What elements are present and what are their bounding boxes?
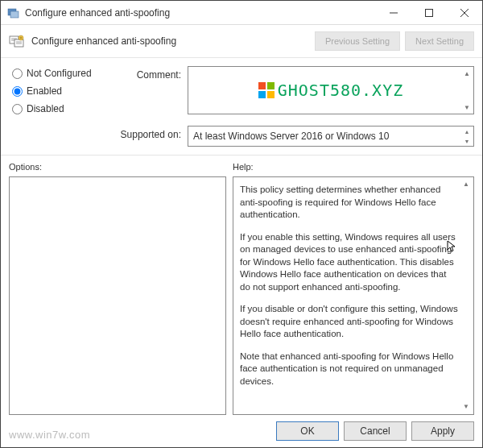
window-title: Configure enhanced anti-spoofing <box>25 7 376 19</box>
help-column: Help: ▲ This policy setting determines w… <box>233 160 474 415</box>
cancel-button[interactable]: Cancel <box>344 421 407 441</box>
app-icon <box>7 6 20 19</box>
scroll-up-icon[interactable]: ▲ <box>460 67 473 80</box>
help-panel[interactable]: ▲ This policy setting determines whether… <box>233 176 474 415</box>
policy-header: Configure enhanced anti-spoofing Previou… <box>1 25 482 58</box>
ok-button[interactable]: OK <box>276 421 339 441</box>
help-paragraph: This policy setting determines whether e… <box>240 184 459 222</box>
radio-label: Enabled <box>27 85 62 97</box>
dialog-footer: www.win7w.com OK Cancel Apply <box>1 417 482 447</box>
titlebar: Configure enhanced anti-spoofing <box>1 1 482 25</box>
radio-enabled[interactable]: Enabled <box>12 85 109 97</box>
help-paragraph: If you enable this setting, Windows requ… <box>240 231 459 294</box>
scroll-down-icon[interactable]: ▼ <box>460 136 473 146</box>
policy-icon <box>9 33 25 49</box>
watermark-text: GHOST580.XYZ <box>278 81 404 100</box>
supported-on-textbox[interactable]: At least Windows Server 2016 or Windows … <box>188 126 474 147</box>
comment-label: Comment: <box>115 66 181 81</box>
radio-label: Not Configured <box>27 68 92 79</box>
scroll-down-icon[interactable]: ▼ <box>460 101 473 114</box>
watermark-logo: GHOST580.XYZ <box>258 81 404 100</box>
svg-rect-1 <box>10 11 19 18</box>
footer-buttons: OK Cancel Apply <box>276 421 474 441</box>
options-column: Options: <box>9 160 226 415</box>
help-label: Help: <box>233 162 474 172</box>
supported-on-text: At least Windows Server 2016 or Windows … <box>193 131 389 142</box>
previous-setting-button[interactable]: Previous Setting <box>315 31 400 51</box>
radio-disabled-input[interactable] <box>12 104 23 114</box>
maximize-button[interactable] <box>411 1 447 24</box>
close-button[interactable] <box>447 1 482 24</box>
state-radio-group: Not Configured Enabled Disabled <box>12 66 109 121</box>
radio-disabled[interactable]: Disabled <box>12 103 109 114</box>
window-controls <box>376 1 482 24</box>
options-panel[interactable] <box>9 176 226 415</box>
radio-not-configured[interactable]: Not Configured <box>12 68 109 79</box>
comment-textbox[interactable]: ▲ GHOST580.XYZ ▼ <box>188 66 474 114</box>
scroll-down-icon[interactable]: ▼ <box>460 400 473 413</box>
radio-label: Disabled <box>27 103 64 114</box>
gpedit-dialog-window: Configure enhanced anti-spoofing <box>0 0 483 448</box>
options-label: Options: <box>9 162 226 172</box>
radio-not-configured-input[interactable] <box>12 68 23 79</box>
footer-watermark: www.win7w.com <box>9 429 90 441</box>
apply-button[interactable]: Apply <box>411 421 474 441</box>
config-area: Not Configured Enabled Disabled Comment:… <box>1 58 482 156</box>
svg-rect-9 <box>14 39 23 47</box>
minimize-button[interactable] <box>376 1 411 24</box>
help-paragraph: If you disable or don't configure this s… <box>240 303 459 341</box>
scroll-up-icon[interactable]: ▲ <box>460 127 473 136</box>
policy-title: Configure enhanced anti-spoofing <box>31 35 308 47</box>
svg-rect-3 <box>426 9 433 16</box>
help-paragraph: Note that enhanced anti-spoofing for Win… <box>240 351 459 388</box>
body-split: Options: Help: ▲ This policy setting det… <box>1 156 482 417</box>
supported-on-label: Supported on: <box>115 126 181 140</box>
next-setting-button[interactable]: Next Setting <box>405 31 474 51</box>
radio-enabled-input[interactable] <box>12 86 23 97</box>
ms-logo-icon <box>258 82 275 98</box>
scroll-up-icon[interactable]: ▲ <box>460 178 473 191</box>
